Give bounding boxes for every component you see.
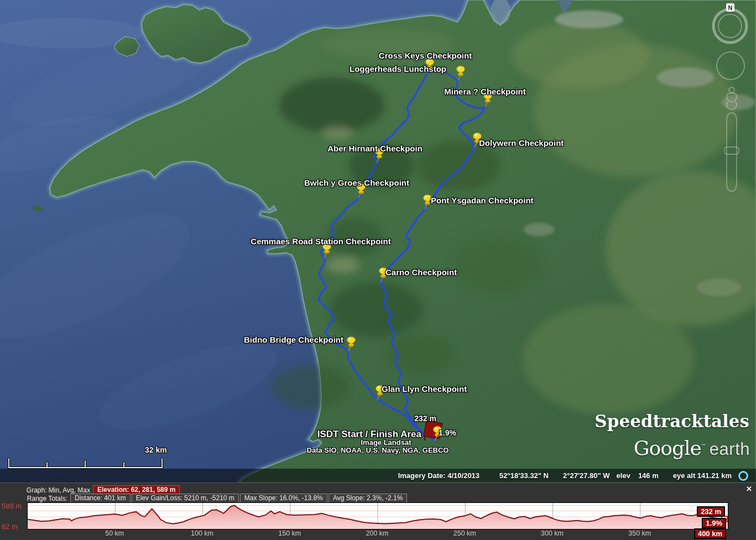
x-tick-350km: 350 km [621, 529, 659, 537]
scale-bar-label: 32 km [145, 445, 167, 454]
y-axis-max-label: 589 m [2, 502, 22, 510]
imagery-date: Imagery Date: 4/10/2013 [398, 471, 479, 480]
range-totals-row: Range Totals: Distance: 401 km Elev Gain… [0, 494, 408, 503]
compass-north-badge[interactable]: N [726, 3, 734, 12]
map-viewport[interactable]: Cross Keys CheckpointLoggerheads Lunchst… [0, 0, 756, 483]
look-joystick[interactable] [717, 52, 744, 80]
longitude-readout: 2°27'27.80" W [563, 471, 610, 480]
google-logo-text: Google™ [634, 437, 706, 459]
y-axis-min-label: 62 m [2, 522, 18, 531]
x-tick-50km: 50 km [95, 529, 134, 537]
x-axis-end-badge: 400 km [694, 528, 726, 539]
map-canvas[interactable] [0, 0, 756, 483]
x-tick-150km: 150 km [270, 529, 309, 537]
pegman-body[interactable] [727, 93, 737, 109]
earth-logo-text: earth [710, 439, 750, 459]
x-tick-250km: 250 km [445, 529, 484, 537]
max-slope-box: Max Slope: 16.0%, -13.8% [240, 494, 327, 503]
navigation-controls: N [703, 0, 756, 202]
close-icon[interactable]: ✕ [746, 485, 752, 493]
credit-data: Data SIO, NOAA, U.S. Navy, NGA, GEBCO [307, 446, 449, 454]
marker-slope-badge: 1.9% [702, 518, 726, 528]
marker-elevation-badge: 232 m [697, 506, 725, 517]
x-tick-200km: 200 km [358, 529, 397, 537]
speedtracktales-watermark: Speedtracktales [595, 411, 749, 431]
range-totals-label: Range Totals: [0, 495, 67, 502]
zoom-slider-track[interactable] [727, 113, 737, 191]
elevation-profile-panel: ✕ Graph: Min, Avg, Max Elevation: 62, 28… [0, 483, 756, 540]
bardsey-islet [33, 206, 43, 211]
elev-label: elev [617, 471, 630, 480]
compass-ring-inner[interactable] [718, 14, 742, 38]
distance-box: Distance: 401 km [70, 494, 131, 503]
status-bar: Imagery Date: 4/10/2013 52°18'33.32" N 2… [0, 469, 756, 483]
svg-text:N: N [728, 4, 733, 11]
graph-mode-label: Graph: Min, Avg, Max [0, 486, 90, 494]
elevation-readout: 146 m [638, 471, 659, 480]
pegman-head[interactable] [729, 87, 734, 93]
gain-loss-box: Elev Gain/Loss: 5210 m, -5210 m [132, 494, 239, 503]
x-tick-100km: 100 km [183, 529, 222, 537]
eye-altitude-readout: eye alt 141.21 km [673, 471, 732, 480]
elevation-profile-plot[interactable] [27, 502, 728, 529]
x-tick-300km: 300 km [533, 529, 572, 537]
google-earth-logo: Google™ earth [634, 437, 750, 459]
avg-slope-box: Avg Slope: 2.3%, -2.1% [329, 494, 408, 503]
pointer-indicator-icon [738, 471, 748, 481]
credit-imagery: Image Landsat [361, 438, 411, 447]
latitude-readout: 52°18'33.32" N [499, 471, 549, 480]
google-earth-window: Cross Keys CheckpointLoggerheads Lunchst… [0, 0, 756, 540]
